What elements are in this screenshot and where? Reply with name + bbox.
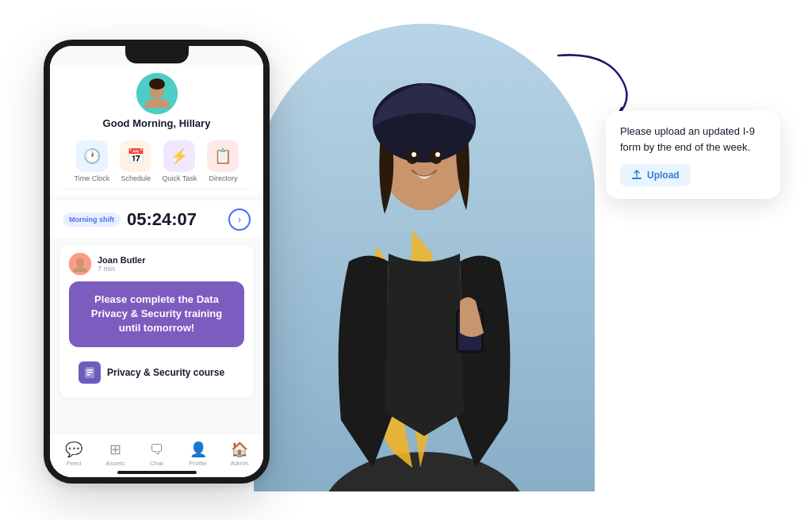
nav-profile[interactable]: 👤 Profile	[178, 441, 219, 467]
admin-icon: 🏠	[231, 441, 248, 458]
schedule-icon: 📅	[120, 140, 151, 172]
nav-admin[interactable]: 🏠 Admin	[219, 441, 260, 467]
course-label: Privacy & Security course	[107, 367, 224, 378]
course-icon	[79, 361, 101, 384]
svg-point-9	[435, 152, 440, 157]
action-quick-task[interactable]: ⚡ Quick Task	[162, 140, 197, 182]
action-directory[interactable]: 📋 Directory	[207, 140, 239, 182]
sender-avatar-image	[69, 253, 91, 275]
svg-rect-20	[86, 374, 90, 376]
svg-point-14	[149, 78, 165, 90]
phone-notch	[125, 46, 189, 63]
svg-point-16	[76, 258, 84, 267]
sender-name: Joan Butler	[98, 255, 146, 265]
action-schedule[interactable]: 📅 Schedule	[120, 140, 151, 182]
phone-profile-section: Good Morning, Hillary 🕐 Time Clock 📅 Sch…	[50, 65, 263, 196]
svg-rect-19	[86, 372, 93, 373]
phone-screen: Good Morning, Hillary 🕐 Time Clock 📅 Sch…	[50, 46, 263, 477]
nav-assets[interactable]: ⊞ Assets	[94, 441, 136, 467]
chat-icon: 🗨	[150, 442, 164, 458]
nav-chat[interactable]: 🗨 Chat	[136, 442, 177, 467]
svg-point-7	[430, 150, 442, 164]
avatar-image	[136, 73, 178, 114]
chat-label: Chat	[150, 460, 163, 467]
nav-feed[interactable]: 💬 Feed	[53, 441, 94, 467]
shift-badge: Morning shift	[63, 212, 121, 227]
bubble-text: Please complete the Data Privacy & Secur…	[80, 292, 233, 336]
shift-row: Morning shift 05:24:07 ›	[50, 201, 263, 239]
time-clock-icon: 🕐	[76, 140, 108, 172]
phone-mockup: Good Morning, Hillary 🕐 Time Clock 📅 Sch…	[44, 40, 270, 484]
sender-info: Joan Butler 7 min	[98, 255, 146, 273]
greeting-text: Good Morning, Hillary	[103, 117, 211, 129]
admin-label: Admin	[231, 460, 249, 467]
svg-point-6	[406, 150, 419, 164]
sender-avatar	[69, 253, 91, 275]
course-button[interactable]: Privacy & Security course	[69, 355, 244, 390]
timer-display: 05:24:07	[127, 209, 222, 230]
message-card: Joan Butler 7 min Please complete the Da…	[59, 245, 254, 398]
assets-icon: ⊞	[109, 441, 121, 458]
svg-rect-21	[632, 178, 642, 179]
assets-label: Assets	[105, 460, 124, 467]
avatar	[136, 73, 178, 114]
notification-card: Please upload an updated I-9 form by the…	[606, 111, 780, 199]
upload-icon	[631, 170, 642, 181]
chevron-button[interactable]: ›	[228, 208, 251, 231]
svg-rect-18	[86, 369, 93, 371]
profile-icon: 👤	[190, 441, 207, 458]
schedule-label: Schedule	[121, 174, 151, 182]
sender-time: 7 min	[98, 265, 146, 273]
quick-task-icon: ⚡	[163, 140, 195, 172]
directory-icon: 📋	[207, 140, 239, 172]
purple-message-bubble: Please complete the Data Privacy & Secur…	[69, 281, 244, 347]
document-icon	[83, 366, 96, 379]
quick-task-label: Quick Task	[162, 174, 197, 182]
home-indicator	[117, 471, 197, 474]
profile-label: Profile	[189, 460, 207, 467]
time-clock-label: Time Clock	[75, 174, 110, 182]
feed-label: Feed	[67, 460, 81, 467]
quick-actions-row: 🕐 Time Clock 📅 Schedule ⚡ Quick Task 📋 D…	[63, 137, 251, 189]
notification-text: Please upload an updated I-9 form by the…	[620, 124, 766, 155]
directory-label: Directory	[209, 174, 237, 182]
svg-point-8	[412, 152, 416, 157]
sender-row: Joan Butler 7 min	[69, 253, 244, 275]
feed-icon: 💬	[65, 441, 82, 458]
upload-button[interactable]: Upload	[620, 164, 691, 186]
upload-label: Upload	[647, 170, 680, 181]
action-time-clock[interactable]: 🕐 Time Clock	[75, 140, 110, 182]
